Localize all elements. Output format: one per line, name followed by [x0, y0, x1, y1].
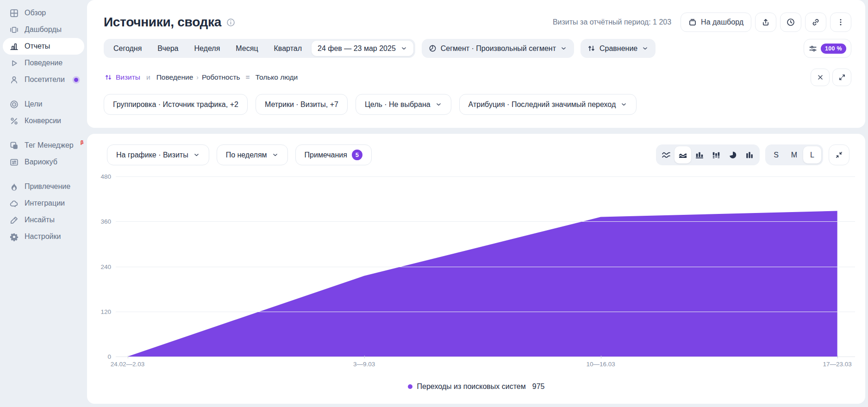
sidebar-item-integrations[interactable]: Интеграции: [3, 195, 84, 212]
main-content: Источники, сводка Визиты за отчётный пер…: [87, 0, 868, 407]
period-segment-row: Сегодня Вчера Неделя Месяц Квартал 24 фе…: [104, 39, 851, 58]
attribution-dropdown[interactable]: Атрибуция · Последний значимый переход: [459, 94, 637, 115]
chart-view-controls: SML: [656, 144, 849, 165]
more-menu-button[interactable]: [830, 13, 851, 32]
metrics-dropdown[interactable]: Метрики · Визиты, +7: [256, 94, 348, 115]
filter-actions: [811, 69, 851, 86]
sidebar-item-behavior[interactable]: Поведение: [3, 55, 84, 71]
legend-label[interactable]: Переходы из поисковых систем: [417, 382, 526, 391]
chart-type-line-chart[interactable]: [658, 146, 674, 163]
chevron-down-icon: [193, 151, 200, 158]
chart-type-column-chart[interactable]: [741, 146, 758, 163]
plot-area: 012024036048024.02—2.033—9.0310—16.0317—…: [116, 176, 855, 357]
sidebar-item-label: Дашборды: [25, 25, 62, 34]
filter-operator: =: [246, 73, 250, 81]
filter-dimension-parent[interactable]: Поведение: [156, 73, 194, 81]
sidebar-item-acquisition[interactable]: Привлечение: [3, 178, 84, 195]
goal-dropdown[interactable]: Цель · Не выбрана: [356, 94, 451, 115]
info-icon[interactable]: [226, 18, 235, 27]
sidebar-group-gap: [3, 88, 84, 96]
sidebar-item-insights[interactable]: Инсайты: [3, 212, 84, 228]
filter-dimension-child[interactable]: Роботность: [202, 73, 240, 81]
tab-yesterday[interactable]: Вчера: [150, 39, 186, 58]
x-axis-tick: [601, 356, 601, 358]
sidebar-item-variocube[interactable]: Вариокуб: [3, 154, 84, 170]
history-button[interactable]: [780, 13, 801, 32]
tag-manager-icon: [10, 141, 19, 150]
chevron-down-icon: [435, 101, 442, 108]
date-range-picker[interactable]: 24 фев — 23 мар 2025: [312, 41, 413, 56]
sidebar-item-label: Тег Менеджер: [25, 141, 74, 150]
chart-type-pie-chart[interactable]: [724, 146, 741, 163]
chevron-down-icon: [400, 45, 407, 52]
expand-icon: [838, 74, 846, 81]
gridline: 0: [116, 357, 855, 357]
copy-link-button[interactable]: [805, 13, 826, 32]
sidebar-group-gap: [3, 170, 84, 178]
tab-week[interactable]: Неделя: [187, 39, 228, 58]
tab-month[interactable]: Месяц: [228, 39, 266, 58]
filter-conjunction: и: [146, 73, 150, 81]
y-axis-label: 240: [100, 263, 111, 270]
compare-dropdown[interactable]: Сравнение: [581, 39, 656, 58]
y-axis-label: 0: [107, 353, 111, 360]
sidebar-item-settings[interactable]: Настройки: [3, 228, 84, 245]
beta-badge: β: [81, 139, 84, 145]
chart-type-group: [656, 144, 760, 165]
gridline: 120: [116, 312, 855, 312]
clock-icon: [787, 18, 795, 26]
x-axis-tick: [364, 356, 365, 358]
tab-today[interactable]: Сегодня: [106, 39, 150, 58]
sliders-icon: [809, 44, 817, 53]
sampling-button[interactable]: 100 %: [804, 39, 851, 58]
title-row: Источники, сводка Визиты за отчётный пер…: [104, 13, 851, 32]
dashboards-icon: [10, 25, 19, 34]
sidebar-item-label: Обзор: [25, 9, 46, 17]
collapse-icon: [835, 151, 843, 159]
sidebar-item-tag-manager[interactable]: Тег Менеджерβ: [3, 137, 84, 154]
dashboard-widget-icon: [688, 18, 697, 26]
notes-count-badge: 5: [352, 150, 362, 160]
grouping-dropdown[interactable]: Группировка · Источник трафика, +2: [104, 94, 248, 115]
link-icon: [812, 18, 820, 26]
tab-quarter[interactable]: Квартал: [266, 39, 310, 58]
reports-icon: [10, 42, 19, 51]
conversions-icon: [10, 117, 19, 125]
notes-button[interactable]: Примечания 5: [295, 144, 372, 165]
sidebar-item-label: Настройки: [25, 232, 61, 241]
variocube-icon: [10, 158, 19, 167]
granularity-dropdown[interactable]: По неделям: [217, 144, 288, 165]
chart-type-stacked-bar[interactable]: [708, 146, 724, 163]
close-icon: [817, 74, 824, 81]
on-chart-dropdown[interactable]: На графике · Визиты: [107, 144, 209, 165]
sidebar-item-reports[interactable]: Отчеты: [3, 38, 84, 55]
kebab-icon: [837, 18, 845, 26]
sidebar-item-visitors[interactable]: Посетители: [3, 71, 84, 88]
behavior-icon: [10, 59, 19, 68]
to-dashboard-button[interactable]: На дашборд: [681, 13, 751, 32]
chart-size-s[interactable]: S: [767, 146, 785, 163]
clear-filter-button[interactable]: [811, 69, 830, 86]
bar-chart-icon: [695, 151, 704, 159]
filter-value[interactable]: Только люди: [256, 73, 298, 81]
settings-icon: [10, 232, 19, 241]
goals-icon: [10, 100, 19, 109]
chart-size-l[interactable]: L: [803, 146, 821, 163]
chart-type-bar-chart[interactable]: [691, 146, 708, 163]
chart-size-m[interactable]: M: [785, 146, 803, 163]
chart-type-area-chart[interactable]: [674, 146, 691, 163]
overview-icon: [10, 9, 19, 18]
notification-dot: [74, 78, 78, 82]
sidebar-item-overview[interactable]: Обзор: [3, 5, 84, 21]
x-axis-label: 24.02—2.03: [111, 361, 145, 368]
sidebar-item-label: Вариокуб: [25, 158, 57, 166]
sidebar-item-dashboards[interactable]: Дашборды: [3, 21, 84, 38]
sidebar-item-conversions[interactable]: Конверсии: [3, 113, 84, 129]
collapse-chart-button[interactable]: [829, 144, 849, 165]
segment-dropdown[interactable]: Сегмент · Произвольный сегмент: [422, 39, 574, 58]
sidebar-item-goals[interactable]: Цели: [3, 96, 84, 113]
filter-metric[interactable]: Визиты: [116, 73, 140, 81]
expand-filter-button[interactable]: [832, 69, 851, 86]
sidebar-group-gap: [3, 129, 84, 137]
share-button[interactable]: [755, 13, 776, 32]
